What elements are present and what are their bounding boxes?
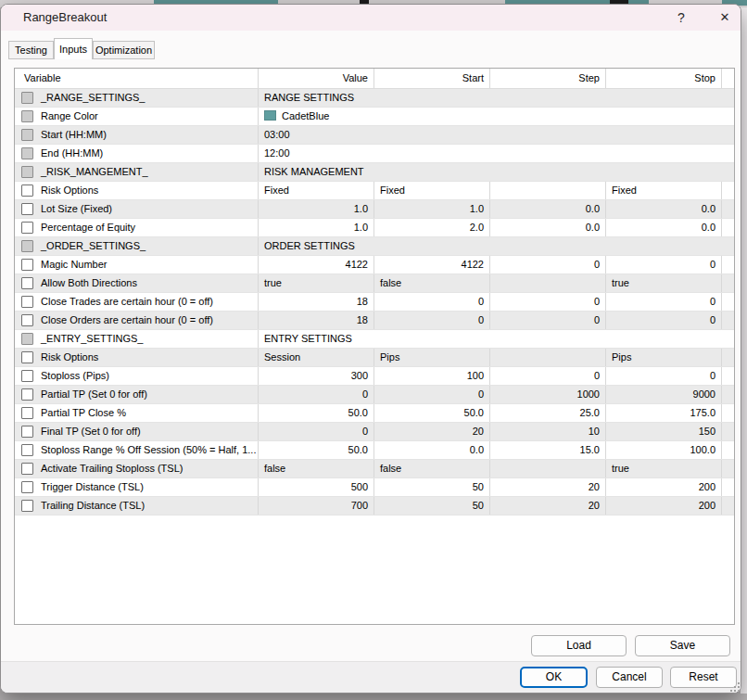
value-cell[interactable]: 1.0: [259, 219, 374, 236]
close-icon[interactable]: ✕: [706, 5, 741, 31]
value-cell[interactable]: 700: [259, 497, 374, 515]
value-cell[interactable]: 0: [259, 423, 374, 440]
value-cell[interactable]: 1.0: [259, 200, 374, 218]
start-cell[interactable]: 4122: [374, 256, 490, 274]
table-row[interactable]: Close Trades are certain hour (0 = off)1…: [15, 293, 734, 312]
stop-cell[interactable]: 0: [606, 367, 722, 385]
table-row[interactable]: Trigger Distance (TSL)5005020200: [15, 478, 734, 497]
stop-cell[interactable]: 0.0: [606, 219, 722, 236]
value-cell[interactable]: 0: [259, 386, 374, 403]
step-cell[interactable]: [490, 349, 606, 366]
start-cell[interactable]: Fixed: [374, 182, 490, 199]
stop-cell[interactable]: 0: [606, 256, 722, 274]
optimize-checkbox[interactable]: [21, 296, 33, 308]
value-cell[interactable]: RANGE SETTINGS: [259, 89, 374, 107]
start-cell[interactable]: false: [374, 274, 490, 292]
start-cell[interactable]: Pips: [374, 349, 490, 366]
start-cell[interactable]: 0: [374, 293, 490, 311]
optimize-checkbox[interactable]: [21, 426, 33, 438]
optimize-checkbox[interactable]: [21, 203, 33, 215]
table-row[interactable]: Lot Size (Fixed)1.01.00.00.0: [15, 200, 734, 219]
table-row[interactable]: Partial TP Close %50.050.025.0175.0: [15, 404, 734, 423]
step-cell[interactable]: 0.0: [490, 200, 606, 218]
value-cell[interactable]: ORDER SETTINGS: [259, 237, 374, 255]
tab-optimization[interactable]: Optimization: [93, 41, 155, 59]
value-cell[interactable]: true: [259, 274, 374, 292]
table-row[interactable]: Range ColorCadetBlue: [15, 108, 734, 126]
value-cell[interactable]: 300: [259, 367, 374, 385]
table-row[interactable]: _ORDER_SETTINGS_ORDER SETTINGS: [15, 237, 734, 256]
table-row[interactable]: _ENTRY_SETTINGS_ENTRY SETTINGS: [15, 330, 734, 349]
stop-cell[interactable]: Pips: [606, 349, 722, 366]
value-cell[interactable]: Session: [259, 349, 374, 366]
start-cell[interactable]: 20: [374, 423, 490, 440]
start-cell[interactable]: 0.0: [374, 441, 490, 459]
table-row[interactable]: Final TP (Set 0 for off)02010150: [15, 423, 734, 441]
step-cell[interactable]: 20: [490, 478, 606, 496]
column-header-start[interactable]: Start: [374, 69, 490, 88]
optimize-checkbox[interactable]: [21, 388, 33, 401]
value-cell[interactable]: 4122: [259, 256, 374, 274]
step-cell[interactable]: 0: [490, 367, 606, 385]
start-cell[interactable]: 1.0: [374, 200, 490, 218]
stop-cell[interactable]: true: [606, 274, 722, 292]
stop-cell[interactable]: true: [606, 460, 722, 477]
optimize-checkbox[interactable]: [21, 351, 33, 363]
start-cell[interactable]: 0: [374, 386, 490, 403]
column-header-step[interactable]: Step: [490, 69, 606, 88]
stop-cell[interactable]: 0: [606, 312, 722, 329]
column-header-stop[interactable]: Stop: [606, 69, 722, 88]
table-row[interactable]: _RANGE_SETTINGS_RANGE SETTINGS: [15, 89, 734, 108]
start-cell[interactable]: 100: [374, 367, 490, 385]
step-cell[interactable]: 1000: [490, 386, 606, 403]
step-cell[interactable]: 15.0: [490, 441, 606, 459]
optimize-checkbox[interactable]: [21, 463, 33, 475]
stop-cell[interactable]: 175.0: [606, 404, 722, 422]
stop-cell[interactable]: 0.0: [606, 200, 722, 218]
cancel-button[interactable]: Cancel: [596, 667, 663, 688]
help-icon[interactable]: ?: [663, 5, 700, 31]
table-row[interactable]: Stoploss (Pips)30010000: [15, 367, 734, 386]
tab-inputs[interactable]: Inputs: [54, 38, 93, 59]
value-cell[interactable]: ENTRY SETTINGS: [259, 330, 374, 348]
start-cell[interactable]: false: [374, 460, 490, 477]
table-row[interactable]: Allow Both Directionstruefalsetrue: [15, 274, 734, 293]
stop-cell[interactable]: 100.0: [606, 441, 722, 459]
stop-cell[interactable]: 200: [606, 478, 722, 496]
step-cell[interactable]: 0: [490, 312, 606, 329]
optimize-checkbox[interactable]: [21, 370, 33, 382]
step-cell[interactable]: [490, 274, 606, 292]
value-cell[interactable]: Fixed: [259, 182, 374, 199]
start-cell[interactable]: 50: [374, 497, 490, 515]
table-row[interactable]: Trailing Distance (TSL)7005020200: [15, 497, 734, 515]
stop-cell[interactable]: Fixed: [606, 182, 722, 199]
table-row[interactable]: Close Orders are certain hour (0 = off)1…: [15, 312, 734, 330]
optimize-checkbox[interactable]: [21, 407, 33, 419]
value-cell[interactable]: false: [259, 460, 374, 477]
table-row[interactable]: Magic Number4122412200: [15, 256, 734, 274]
value-cell[interactable]: 50.0: [259, 404, 374, 422]
value-cell[interactable]: 18: [259, 312, 374, 329]
table-row[interactable]: Start (HH:MM)03:00: [15, 126, 734, 145]
step-cell[interactable]: 10: [490, 423, 606, 440]
step-cell[interactable]: 0.0: [490, 219, 606, 236]
start-cell[interactable]: 2.0: [374, 219, 490, 236]
step-cell[interactable]: [490, 460, 606, 477]
step-cell[interactable]: 20: [490, 497, 606, 515]
start-cell[interactable]: 50: [374, 478, 490, 496]
reset-button[interactable]: Reset: [670, 667, 737, 688]
stop-cell[interactable]: 9000: [606, 386, 722, 403]
stop-cell[interactable]: 200: [606, 497, 722, 515]
value-cell[interactable]: 12:00: [259, 145, 374, 162]
column-header-variable[interactable]: Variable: [15, 69, 259, 88]
value-cell[interactable]: RISK MANAGEMENT: [259, 163, 374, 181]
save-button[interactable]: Save: [635, 635, 730, 656]
stop-cell[interactable]: 0: [606, 293, 722, 311]
step-cell[interactable]: [490, 182, 606, 199]
table-row[interactable]: Partial TP (Set 0 for off)0010009000: [15, 386, 734, 404]
optimize-checkbox[interactable]: [21, 277, 33, 289]
tab-testing[interactable]: Testing: [8, 41, 54, 59]
optimize-checkbox[interactable]: [21, 481, 33, 493]
optimize-checkbox[interactable]: [21, 259, 33, 271]
load-button[interactable]: Load: [531, 635, 627, 656]
